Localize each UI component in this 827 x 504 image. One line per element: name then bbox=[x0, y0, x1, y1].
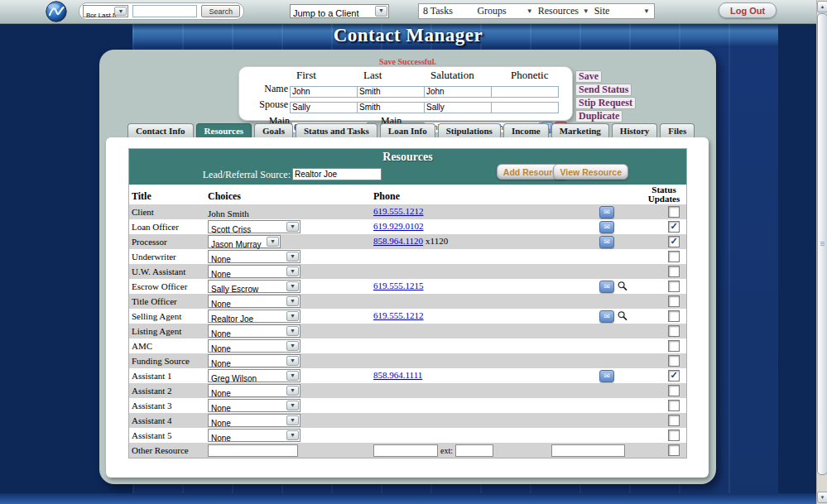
status-updates-checkbox[interactable]: ✓ bbox=[668, 236, 680, 247]
action-link-save[interactable]: Save bbox=[575, 70, 602, 83]
resource-choice-select-wrap: Sally Escrow▼ bbox=[208, 280, 301, 293]
phone-link[interactable]: 858.964.1120 bbox=[373, 236, 423, 246]
spouse-salutation-field[interactable] bbox=[424, 102, 492, 113]
status-updates-checkbox[interactable] bbox=[668, 415, 680, 426]
status-updates-checkbox[interactable] bbox=[668, 400, 680, 411]
search-by-select[interactable]: Bor Last Name bbox=[84, 10, 127, 21]
other-resource-email-input[interactable] bbox=[551, 444, 625, 457]
vertical-scrollbar[interactable]: ▲ ▼ bbox=[816, 0, 827, 504]
resource-choice-select-wrap: None▼ bbox=[208, 384, 301, 397]
resource-choice-text: John Smith bbox=[208, 209, 249, 218]
action-link-duplicate[interactable]: Duplicate bbox=[575, 110, 623, 122]
spouse-phonetic-field[interactable] bbox=[491, 102, 559, 113]
status-updates-checkbox[interactable] bbox=[668, 310, 680, 322]
resource-title-label: Client bbox=[132, 207, 154, 217]
menu-item-groups[interactable]: Groups▼ bbox=[477, 4, 532, 18]
tab-status-and-tasks[interactable]: Status and Tasks bbox=[296, 123, 377, 137]
tab-marketing[interactable]: Marketing bbox=[551, 123, 609, 137]
status-updates-checkbox[interactable] bbox=[668, 281, 680, 292]
mail-icon[interactable]: ✉ bbox=[599, 206, 614, 218]
search-group: Bor Last Name ▼ Search bbox=[79, 2, 244, 20]
tab-goals[interactable]: Goals bbox=[254, 123, 293, 137]
contact-form: First Last Salutation Phonetic Name Spou… bbox=[238, 66, 573, 121]
status-updates-checkbox[interactable] bbox=[668, 385, 680, 396]
tab-stipulations[interactable]: Stipulations bbox=[438, 123, 501, 137]
status-updates-checkbox[interactable]: ✓ bbox=[668, 221, 680, 233]
jump-to-client-select[interactable]: Jump to a Client bbox=[291, 7, 388, 20]
search-button[interactable]: Search bbox=[201, 5, 240, 17]
chevron-down-icon: ▼ bbox=[526, 7, 533, 15]
tab-history[interactable]: History bbox=[612, 123, 657, 137]
other-resource-name-input[interactable] bbox=[208, 444, 298, 457]
phone-link[interactable]: 619.555.1212 bbox=[373, 206, 424, 216]
phone-link[interactable]: 619.929.0102 bbox=[373, 221, 424, 231]
status-updates-checkbox[interactable] bbox=[668, 325, 680, 337]
tab-files[interactable]: Files bbox=[660, 123, 695, 137]
resource-title-label: Funding Source bbox=[132, 356, 190, 366]
phone-link[interactable]: 619.555.1215 bbox=[373, 281, 424, 290]
mail-icon[interactable]: ✉ bbox=[599, 236, 614, 248]
status-updates-checkbox[interactable] bbox=[668, 251, 680, 262]
resource-title-label: U.W. Assistant bbox=[132, 266, 185, 276]
menu-item-resources[interactable]: Resources▼ bbox=[538, 4, 589, 18]
other-resource-ext-label: ext: bbox=[440, 446, 453, 455]
resource-phone-cell: 619.929.0102 bbox=[373, 221, 424, 231]
phone-link[interactable]: 858.964.1111 bbox=[373, 370, 422, 380]
magnifier-icon[interactable] bbox=[617, 310, 628, 322]
resource-row-title-officer: Title OfficerNone▼ bbox=[129, 294, 686, 309]
resource-title-label: Other Resource bbox=[132, 445, 189, 455]
magnifier-icon[interactable] bbox=[617, 281, 628, 292]
status-updates-checkbox[interactable] bbox=[668, 444, 680, 456]
resource-row-u-w-assistant: U.W. AssistantNone▼ bbox=[129, 264, 686, 279]
column-title: Title bbox=[132, 190, 151, 203]
form-col-first: First bbox=[290, 69, 357, 82]
action-link-stip-request[interactable]: Stip Request bbox=[575, 97, 636, 109]
tab-loan-info[interactable]: Loan Info bbox=[380, 123, 435, 137]
name-first-field[interactable] bbox=[290, 86, 358, 98]
resource-row-funding-source: Funding SourceNone▼ bbox=[129, 353, 686, 368]
resources-table: Resources Lead/Referral Source: Add Reso… bbox=[128, 148, 687, 458]
scroll-up-icon[interactable]: ▲ bbox=[817, 1, 827, 12]
status-updates-checkbox[interactable] bbox=[668, 355, 680, 367]
form-col-phonetic: Phonetic bbox=[491, 69, 560, 82]
name-phonetic-field[interactable] bbox=[491, 86, 559, 98]
resources-column-headers: Title Choices Phone Status Updates bbox=[129, 185, 686, 204]
logout-button[interactable]: Log Out bbox=[719, 2, 777, 18]
tab-contact-info[interactable]: Contact Info bbox=[127, 123, 194, 137]
action-link-send-status[interactable]: Send Status bbox=[575, 84, 632, 96]
other-resource-ext-input[interactable] bbox=[455, 444, 493, 457]
mail-icon[interactable]: ✉ bbox=[599, 281, 614, 293]
tab-resources[interactable]: Resources bbox=[196, 123, 252, 137]
scroll-down-icon[interactable]: ▼ bbox=[817, 492, 827, 503]
scrollbar-thumb[interactable] bbox=[817, 13, 827, 475]
status-updates-checkbox[interactable] bbox=[668, 266, 680, 277]
resource-choice-select-wrap: Scott Criss▼ bbox=[208, 220, 301, 233]
mail-icon[interactable]: ✉ bbox=[599, 370, 614, 382]
mail-icon[interactable]: ✉ bbox=[599, 221, 614, 233]
phone-link[interactable]: 619.555.1212 bbox=[373, 310, 424, 320]
name-salutation-field[interactable] bbox=[424, 86, 492, 98]
spouse-first-field[interactable] bbox=[290, 102, 358, 113]
tab-income[interactable]: Income bbox=[503, 123, 549, 137]
spouse-row-label: Spouse bbox=[244, 98, 290, 113]
menu-item-site[interactable]: Site▼ bbox=[594, 4, 650, 18]
resource-choice-cell: John Smith bbox=[208, 205, 249, 220]
view-resource-button[interactable]: View Resource bbox=[553, 164, 628, 180]
status-updates-checkbox[interactable] bbox=[668, 430, 680, 441]
status-updates-checkbox[interactable]: ✓ bbox=[668, 370, 680, 382]
status-updates-checkbox[interactable] bbox=[668, 295, 680, 307]
resource-row-assistant-5: Assistant 5None▼ bbox=[129, 428, 686, 443]
spouse-last-field[interactable] bbox=[357, 102, 425, 113]
status-updates-checkbox[interactable] bbox=[668, 340, 680, 352]
menu-item-tasks[interactable]: 8 Tasks bbox=[423, 4, 465, 18]
resource-choice-select-wrap: None▼ bbox=[208, 354, 301, 367]
screen: Bor Last Name ▼ Search Jump to a Client … bbox=[0, 0, 827, 504]
form-col-salutation: Salutation bbox=[424, 69, 491, 82]
mail-icon[interactable]: ✉ bbox=[599, 310, 614, 323]
name-last-field[interactable] bbox=[357, 86, 425, 98]
other-resource-phone-input[interactable] bbox=[373, 444, 438, 457]
top-toolbar: Bor Last Name ▼ Search Jump to a Client … bbox=[0, 0, 816, 24]
status-updates-checkbox[interactable] bbox=[668, 206, 680, 218]
search-input[interactable] bbox=[132, 5, 197, 17]
lead-referral-input[interactable] bbox=[292, 168, 382, 180]
